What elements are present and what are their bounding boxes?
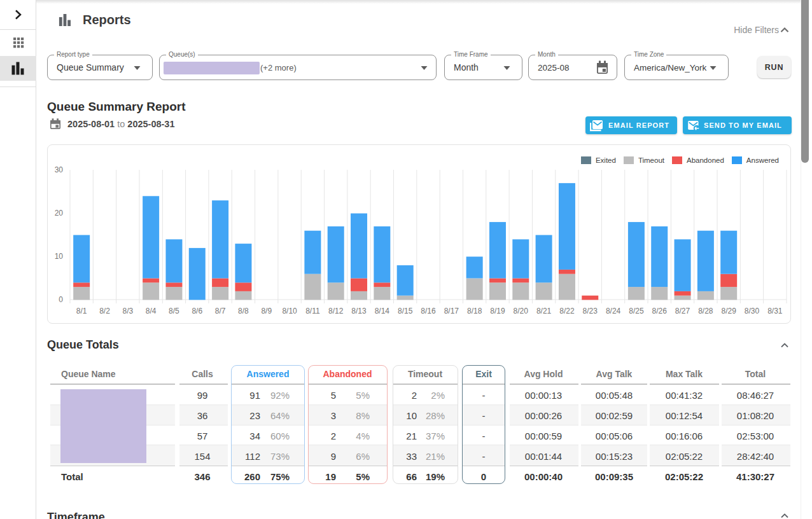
svg-text:8/25: 8/25 xyxy=(629,307,644,315)
svg-text:8/23: 8/23 xyxy=(583,307,598,315)
svg-text:0: 0 xyxy=(59,295,63,304)
svg-text:8/1: 8/1 xyxy=(76,307,87,315)
svg-text:8/13: 8/13 xyxy=(351,307,367,315)
svg-text:8/16: 8/16 xyxy=(421,307,436,315)
svg-text:8/10: 8/10 xyxy=(282,307,297,315)
svg-text:8/11: 8/11 xyxy=(305,307,320,315)
svg-text:8/19: 8/19 xyxy=(490,307,505,315)
svg-text:8/7: 8/7 xyxy=(215,307,226,315)
svg-text:8/31: 8/31 xyxy=(767,307,783,315)
svg-text:8/12: 8/12 xyxy=(328,307,344,315)
svg-text:8/18: 8/18 xyxy=(467,307,482,315)
svg-text:8/3: 8/3 xyxy=(122,307,133,315)
svg-text:8/27: 8/27 xyxy=(675,307,690,315)
svg-text:8/6: 8/6 xyxy=(192,307,202,315)
svg-text:8/30: 8/30 xyxy=(745,307,760,315)
svg-text:8/29: 8/29 xyxy=(722,307,737,315)
svg-text:8/4: 8/4 xyxy=(146,307,157,315)
svg-text:8/24: 8/24 xyxy=(606,307,621,315)
svg-text:8/2: 8/2 xyxy=(99,307,110,315)
svg-text:8/26: 8/26 xyxy=(652,307,668,315)
svg-text:10: 10 xyxy=(55,252,64,261)
svg-text:30: 30 xyxy=(55,165,64,174)
svg-text:8/22: 8/22 xyxy=(559,307,575,315)
svg-text:8/17: 8/17 xyxy=(444,307,459,315)
svg-text:20: 20 xyxy=(55,209,64,218)
svg-text:8/8: 8/8 xyxy=(238,307,249,315)
svg-text:8/14: 8/14 xyxy=(375,307,390,315)
svg-text:8/5: 8/5 xyxy=(169,307,179,315)
svg-text:8/15: 8/15 xyxy=(398,307,413,315)
svg-text:8/20: 8/20 xyxy=(514,307,529,315)
svg-text:8/9: 8/9 xyxy=(261,307,272,315)
svg-text:8/28: 8/28 xyxy=(698,307,713,315)
svg-text:8/21: 8/21 xyxy=(536,307,552,315)
